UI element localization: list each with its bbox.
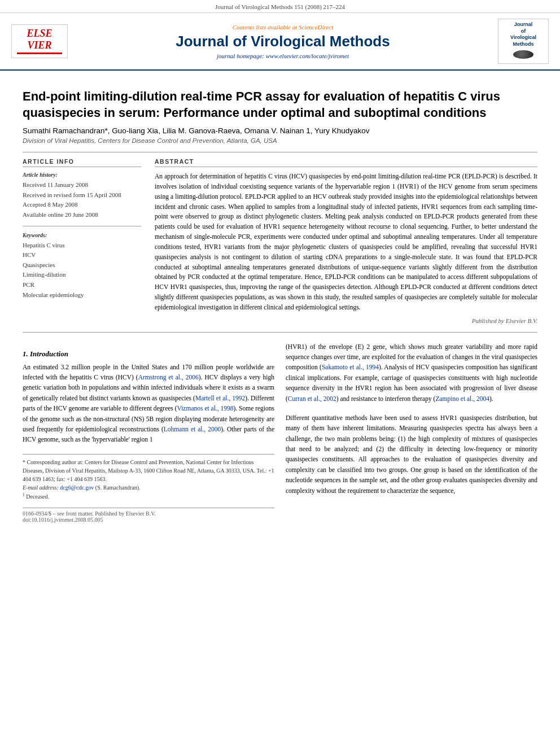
divider-1: [23, 152, 537, 152]
affiliation: Division of Viral Hepatitis, Centers for…: [23, 137, 537, 144]
journal-citation: Journal of Virological Methods 151 (2008…: [0, 0, 560, 13]
content-area: End-point limiting-dilution real-time PC…: [0, 71, 560, 532]
journal-center-block: Contents lists available at ScienceDirec…: [68, 24, 498, 59]
logo-circle-icon: [513, 50, 533, 59]
ref-armstrong: Armstrong et al., 2006: [138, 374, 199, 381]
bottom-bar: 0166-0934/$ – see front matter. Publishe…: [23, 508, 274, 523]
authors: Sumathi Ramachandran*, Guo-liang Xia, Li…: [23, 126, 537, 135]
abstract-col: ABSTRACT An approach for determination o…: [155, 158, 537, 324]
keyword-pcr: PCR: [23, 280, 141, 290]
received-revised-date: Received in revised form 15 April 2008: [23, 190, 141, 200]
ref-zampino: Zampino et al., 2004: [435, 395, 489, 402]
ref-curran: Curran et al., 2002: [288, 395, 336, 402]
main-left-col: 1. Introduction An estimated 3.2 million…: [23, 342, 274, 523]
footnote-star: * Corresponding author at: Centers for D…: [23, 458, 274, 483]
keyword-molecular: Molecular epidemiology: [23, 290, 141, 300]
abstract-label: ABSTRACT: [155, 158, 537, 167]
divider-keywords: [23, 226, 141, 226]
accepted-date: Accepted 8 May 2008: [23, 200, 141, 210]
article-title: End-point limiting-dilution real-time PC…: [23, 89, 537, 121]
ref-sakamoto: Sakamoto et al., 1994: [322, 364, 379, 370]
issn-text: 0166-0934/$ – see front matter. Publishe…: [23, 510, 274, 517]
ref-martell: Martell et al., 1992: [195, 395, 245, 401]
homepage-link: journal homepage: www.elsevier.com/locat…: [68, 53, 498, 59]
abstract-text: An approach for determination of hepatit…: [155, 172, 537, 312]
published-by: Published by Elsevier B.V.: [155, 317, 537, 324]
divider-2: [23, 332, 537, 333]
available-date: Available online 20 June 2008: [23, 210, 141, 220]
footnote-one: 1 Deceased.: [23, 492, 274, 501]
intro-para-1: An estimated 3.2 million people in the U…: [23, 362, 274, 445]
article-info-col: ARTICLE INFO Article history: Received 1…: [23, 158, 141, 324]
journal-header: ELSE VIER Contents lists available at Sc…: [0, 13, 560, 71]
history-label: Article history:: [23, 172, 141, 178]
keyword-hepatitis: Hepatitis C virus: [23, 241, 141, 251]
main-content: 1. Introduction An estimated 3.2 million…: [23, 342, 537, 523]
keyword-quasispecies: Quasispecies: [23, 260, 141, 270]
email-link: dcg6@cdc.gov: [60, 484, 94, 491]
main-right-col: (HVR1) of the envelope (E) 2 gene, which…: [286, 342, 537, 523]
ref-vizmanos: Vizmanos et al., 1998: [177, 405, 234, 412]
sciencedirect-label: Contents lists available at ScienceDirec…: [68, 24, 498, 30]
intro-heading: 1. Introduction: [23, 350, 274, 359]
ref-lohmann: Lohmann et al., 2000: [164, 426, 221, 433]
article-meta-row: ARTICLE INFO Article history: Received 1…: [23, 158, 537, 324]
keyword-limiting: Limiting-dilution: [23, 270, 141, 280]
received-date: Received 11 January 2008: [23, 180, 141, 190]
journal-citation-text: Journal of Virological Methods 151 (2008…: [215, 3, 345, 10]
journal-title: Journal of Virological Methods: [68, 33, 498, 50]
doi-text: doi:10.1016/j.jviromet.2008.05.005: [23, 517, 274, 523]
keyword-hcv: HCV: [23, 250, 141, 260]
elsevier-logo: ELSE VIER: [11, 24, 68, 58]
keywords-label: Keywords:: [23, 232, 141, 238]
article-info-label: ARTICLE INFO: [23, 158, 141, 167]
intro-para-right-1: (HVR1) of the envelope (E) 2 gene, which…: [286, 342, 537, 404]
journal-logo-box: JournalofVirologicalMethods: [498, 19, 549, 64]
footnote-email: E-mail address: dcg6@cdc.gov (S. Ramacha…: [23, 483, 274, 492]
intro-para-right-2: Different quantitative methods have been…: [286, 413, 537, 496]
footnote-area: * Corresponding author at: Centers for D…: [23, 454, 274, 501]
